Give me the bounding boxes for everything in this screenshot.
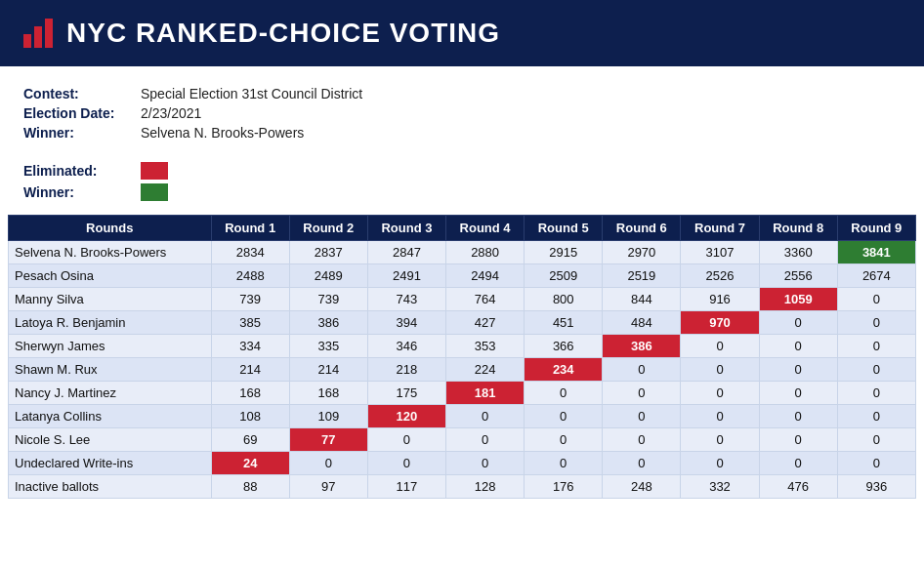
cell-r3-c4: 451 bbox=[525, 311, 603, 335]
cell-r3-c1: 386 bbox=[289, 311, 367, 335]
contest-value: Special Election 31st Council District bbox=[141, 86, 362, 101]
cell-r10-c2: 117 bbox=[367, 475, 445, 499]
cell-r6-c6: 0 bbox=[681, 382, 759, 405]
date-label: Election Date: bbox=[23, 105, 141, 121]
legend-eliminated-label: Eliminated: bbox=[23, 163, 141, 179]
cell-r6-c7: 0 bbox=[759, 382, 837, 405]
cell-r3-c8: 0 bbox=[837, 311, 915, 335]
cell-r8-c8: 0 bbox=[837, 428, 915, 452]
cell-r1-c4: 2509 bbox=[525, 264, 603, 288]
table-row: Shawn M. Rux2142142182242340000 bbox=[9, 358, 916, 382]
cell-r9-c2: 0 bbox=[367, 452, 445, 475]
results-table-container: RoundsRound 1Round 2Round 3Round 4Round … bbox=[0, 215, 924, 506]
cell-r2-c1: 739 bbox=[289, 288, 367, 311]
round-7-header: Round 7 bbox=[681, 216, 759, 241]
info-section: Contest: Special Election 31st Council D… bbox=[0, 66, 924, 154]
candidate-name: Selvena N. Brooks-Powers bbox=[9, 241, 212, 264]
cell-r1-c3: 2494 bbox=[446, 264, 525, 288]
cell-r6-c2: 175 bbox=[367, 382, 445, 405]
cell-r5-c4: 234 bbox=[525, 358, 603, 382]
bar-tall bbox=[45, 19, 53, 48]
cell-r0-c2: 2847 bbox=[367, 241, 445, 264]
cell-r1-c0: 2488 bbox=[211, 264, 289, 288]
cell-r9-c0: 24 bbox=[211, 452, 289, 475]
cell-r4-c2: 346 bbox=[367, 335, 445, 358]
candidate-name: Manny Silva bbox=[9, 288, 212, 311]
cell-r2-c6: 916 bbox=[681, 288, 759, 311]
cell-r10-c7: 476 bbox=[759, 475, 837, 499]
cell-r5-c5: 0 bbox=[603, 358, 681, 382]
cell-r6-c1: 168 bbox=[289, 382, 367, 405]
table-row: Inactive ballots889711712817624833247693… bbox=[9, 475, 916, 499]
legend-winner-row: Winner: bbox=[23, 183, 901, 201]
cell-r7-c7: 0 bbox=[759, 405, 837, 428]
legend-winner-label: Winner: bbox=[23, 184, 141, 200]
cell-r7-c8: 0 bbox=[837, 405, 915, 428]
cell-r6-c8: 0 bbox=[837, 382, 915, 405]
cell-r7-c4: 0 bbox=[525, 405, 603, 428]
winner-label: Winner: bbox=[23, 125, 141, 141]
cell-r4-c7: 0 bbox=[759, 335, 837, 358]
table-row: Pesach Osina2488248924912494250925192526… bbox=[9, 264, 916, 288]
round-2-header: Round 2 bbox=[289, 216, 367, 241]
candidate-name: Inactive ballots bbox=[9, 475, 212, 499]
cell-r6-c0: 168 bbox=[211, 382, 289, 405]
cell-r10-c6: 332 bbox=[681, 475, 759, 499]
cell-r6-c4: 0 bbox=[525, 382, 603, 405]
cell-r10-c8: 936 bbox=[837, 475, 915, 499]
cell-r4-c4: 366 bbox=[525, 335, 603, 358]
round-4-header: Round 4 bbox=[446, 216, 525, 241]
table-row: Latanya Collins108109120000000 bbox=[9, 405, 916, 428]
winner-row: Winner: Selvena N. Brooks-Powers bbox=[23, 125, 901, 141]
cell-r2-c3: 764 bbox=[446, 288, 525, 311]
logo-bars bbox=[23, 19, 53, 48]
cell-r8-c6: 0 bbox=[681, 428, 759, 452]
cell-r0-c0: 2834 bbox=[211, 241, 289, 264]
cell-r6-c5: 0 bbox=[603, 382, 681, 405]
cell-r8-c5: 0 bbox=[603, 428, 681, 452]
cell-r4-c5: 386 bbox=[603, 335, 681, 358]
cell-r8-c2: 0 bbox=[367, 428, 445, 452]
cell-r8-c7: 0 bbox=[759, 428, 837, 452]
cell-r5-c6: 0 bbox=[681, 358, 759, 382]
cell-r7-c0: 108 bbox=[211, 405, 289, 428]
header: NYC RANKED-CHOICE VOTING bbox=[0, 0, 924, 66]
cell-r4-c8: 0 bbox=[837, 335, 915, 358]
cell-r8-c0: 69 bbox=[211, 428, 289, 452]
cell-r8-c4: 0 bbox=[525, 428, 603, 452]
cell-r4-c0: 334 bbox=[211, 335, 289, 358]
cell-r8-c1: 77 bbox=[289, 428, 367, 452]
table-header: RoundsRound 1Round 2Round 3Round 4Round … bbox=[9, 216, 916, 241]
cell-r7-c1: 109 bbox=[289, 405, 367, 428]
round-1-header: Round 1 bbox=[211, 216, 289, 241]
round-8-header: Round 8 bbox=[759, 216, 837, 241]
cell-r3-c6: 970 bbox=[681, 311, 759, 335]
cell-r10-c5: 248 bbox=[603, 475, 681, 499]
candidate-name: Nancy J. Martinez bbox=[9, 382, 212, 405]
date-row: Election Date: 2/23/2021 bbox=[23, 105, 901, 121]
cell-r1-c7: 2556 bbox=[759, 264, 837, 288]
cell-r10-c1: 97 bbox=[289, 475, 367, 499]
cell-r9-c8: 0 bbox=[837, 452, 915, 475]
table-row: Sherwyn James334335346353366386000 bbox=[9, 335, 916, 358]
cell-r7-c6: 0 bbox=[681, 405, 759, 428]
table-row: Latoya R. Benjamin3853863944274514849700… bbox=[9, 311, 916, 335]
cell-r3-c3: 427 bbox=[446, 311, 525, 335]
round-5-header: Round 5 bbox=[525, 216, 603, 241]
cell-r6-c3: 181 bbox=[446, 382, 525, 405]
cell-r2-c2: 743 bbox=[367, 288, 445, 311]
cell-r2-c5: 844 bbox=[603, 288, 681, 311]
candidate-name: Latanya Collins bbox=[9, 405, 212, 428]
cell-r3-c5: 484 bbox=[603, 311, 681, 335]
cell-r1-c5: 2519 bbox=[603, 264, 681, 288]
cell-r4-c6: 0 bbox=[681, 335, 759, 358]
cell-r3-c7: 0 bbox=[759, 311, 837, 335]
cell-r5-c2: 218 bbox=[367, 358, 445, 382]
cell-r3-c0: 385 bbox=[211, 311, 289, 335]
cell-r0-c4: 2915 bbox=[525, 241, 603, 264]
cell-r1-c8: 2674 bbox=[837, 264, 915, 288]
rounds-header: Rounds bbox=[9, 216, 212, 241]
table-row: Nancy J. Martinez16816817518100000 bbox=[9, 382, 916, 405]
cell-r10-c0: 88 bbox=[211, 475, 289, 499]
cell-r4-c3: 353 bbox=[446, 335, 525, 358]
